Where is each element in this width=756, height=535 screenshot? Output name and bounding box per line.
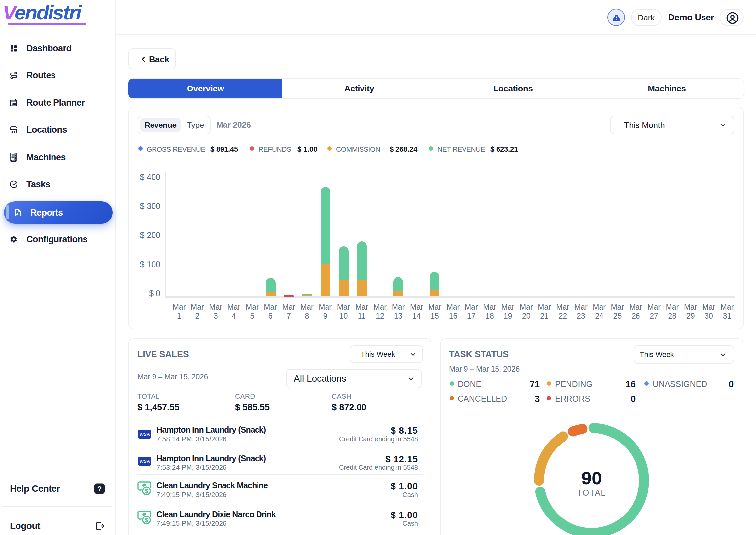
svg-text:$: $ <box>145 488 148 494</box>
svg-text:$: $ <box>145 517 148 523</box>
